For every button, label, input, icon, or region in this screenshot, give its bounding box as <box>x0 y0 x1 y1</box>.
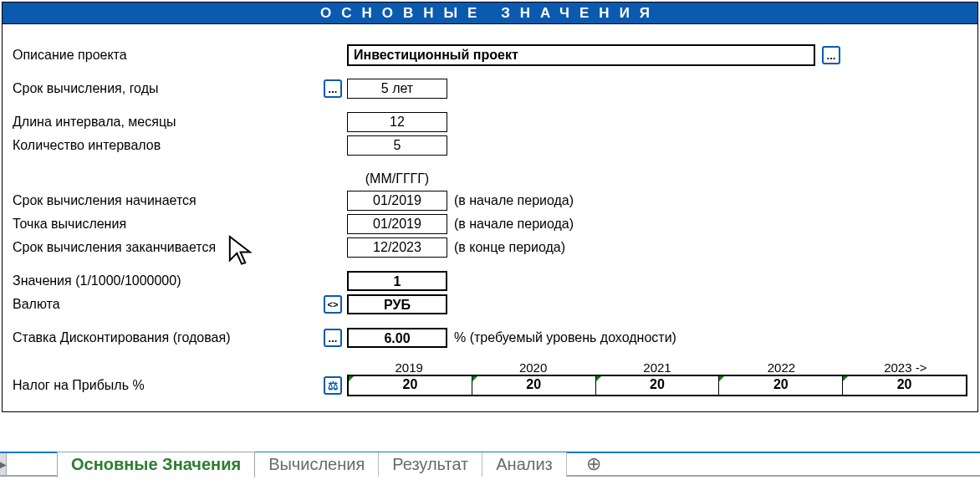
row-end-date: Срок вычисления заканчивается 12/2023 (в… <box>13 237 967 258</box>
row-description: Описание проекта Инвестиционный проект .… <box>13 44 967 66</box>
row-currency: Валюта <> РУБ <box>13 294 967 315</box>
tax-cell[interactable]: 20 <box>719 376 843 395</box>
scale-input[interactable]: 1 <box>347 271 447 291</box>
add-sheet-button[interactable]: ⊕ <box>582 452 605 476</box>
year-header: 2021 <box>595 360 719 375</box>
term-years-label: Срок вычисления, годы <box>13 81 324 96</box>
calc-point-label: Точка вычисления <box>13 217 324 232</box>
row-start-date: Срок вычисления начинается 01/2019 (в на… <box>13 190 967 212</box>
scale-label: Значения (1/1000/1000000) <box>13 273 324 288</box>
row-calc-point: Точка вычисления 01/2019 (в начале перио… <box>13 213 967 235</box>
discount-label: Ставка Дисконтирования (годовая) <box>13 330 324 345</box>
currency-label: Валюта <box>13 297 324 312</box>
row-mm-header: (ММ/ГГГГ) <box>13 168 967 190</box>
calc-point-input[interactable]: 01/2019 <box>347 214 447 234</box>
row-discount: Ставка Дисконтирования (годовая) ... 6.0… <box>13 327 967 349</box>
tab-main-values[interactable]: Основные Значения <box>57 452 255 478</box>
tab-result[interactable]: Результат <box>379 452 482 477</box>
tabs-scroll-icon[interactable]: ▶ <box>0 453 7 475</box>
mm-header-label: (ММ/ГГГГ) <box>347 171 447 186</box>
row-year-headers: 2019 2020 2021 2022 2023 -> <box>13 360 967 375</box>
row-scale: Значения (1/1000/1000000) 1 <box>13 270 967 292</box>
end-date-hint: (в конце периода) <box>454 240 565 255</box>
description-label: Описание проекта <box>13 48 324 63</box>
end-date-label: Срок вычисления заканчивается <box>13 240 324 255</box>
description-input[interactable]: Инвестиционный проект <box>347 44 815 66</box>
calc-point-hint: (в начале периода) <box>454 217 574 232</box>
interval-count-input[interactable]: 5 <box>347 135 447 156</box>
sheet-tabs: ▶ Основные Значения Вычисления Результат… <box>0 452 980 477</box>
tab-analysis[interactable]: Анализ <box>482 452 567 477</box>
year-header: 2022 <box>719 360 843 375</box>
form-body: Описание проекта Инвестиционный проект .… <box>3 24 977 411</box>
currency-input[interactable]: РУБ <box>347 294 447 314</box>
term-years-ellipsis-button[interactable]: ... <box>324 79 342 98</box>
tax-label: Налог на Прибыль % <box>13 378 324 393</box>
tax-cell[interactable]: 20 <box>472 376 596 395</box>
tab-calculations[interactable]: Вычисления <box>255 452 379 477</box>
discount-hint: % (требуемый уровень доходности) <box>454 330 676 345</box>
tax-cell[interactable]: 20 <box>596 376 720 395</box>
interval-len-input[interactable]: 12 <box>347 112 447 132</box>
year-header: 2023 -> <box>844 360 967 375</box>
discount-input[interactable]: 6.00 <box>347 328 447 348</box>
term-years-input[interactable]: 5 лет <box>347 79 447 99</box>
start-date-label: Срок вычисления начинается <box>13 193 324 208</box>
row-interval-count: Количество интервалов 5 <box>13 135 967 156</box>
row-term-years: Срок вычисления, годы ... 5 лет <box>13 78 967 100</box>
description-ellipsis-button[interactable]: ... <box>822 46 840 64</box>
year-header: 2019 <box>347 360 471 375</box>
tax-cell[interactable]: 20 <box>349 376 472 395</box>
panel-title: ОСНОВНЫЕ ЗНАЧЕНИЯ <box>3 3 977 24</box>
interval-len-label: Длина интервала, месяцы <box>13 115 324 130</box>
scale-icon[interactable]: ⚖ <box>324 376 342 395</box>
row-interval-len: Длина интервала, месяцы 12 <box>13 111 967 133</box>
row-tax: Налог на Прибыль % ⚖ 20 20 20 20 20 <box>13 375 967 396</box>
main-panel: ОСНОВНЫЕ ЗНАЧЕНИЯ Описание проекта Инвес… <box>2 2 978 412</box>
currency-swap-button[interactable]: <> <box>324 295 342 314</box>
start-date-input[interactable]: 01/2019 <box>347 191 447 211</box>
discount-ellipsis-button[interactable]: ... <box>324 329 342 347</box>
tax-cell[interactable]: 20 <box>843 376 966 395</box>
tax-grid: 20 20 20 20 20 <box>347 375 967 396</box>
interval-count-label: Количество интервалов <box>13 138 324 153</box>
start-date-hint: (в начале периода) <box>454 193 574 208</box>
end-date-input[interactable]: 12/2023 <box>347 237 447 258</box>
year-header: 2020 <box>471 360 595 375</box>
